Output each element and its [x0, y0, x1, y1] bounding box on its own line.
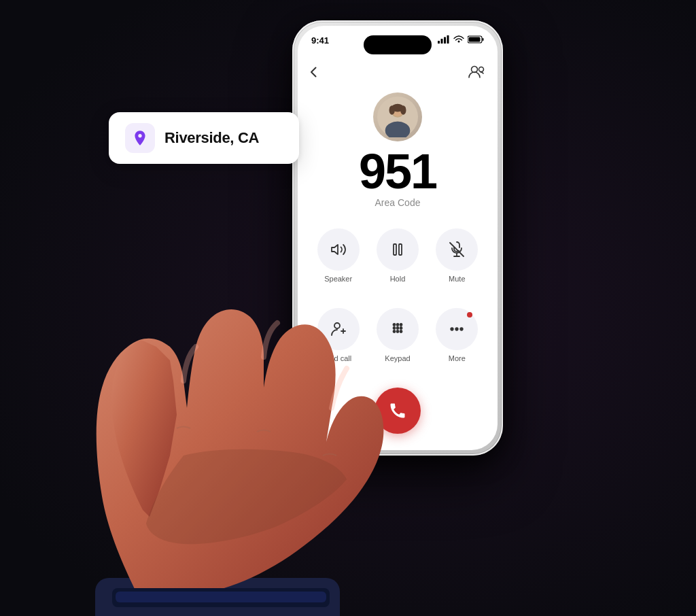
status-time: 9:41 — [311, 35, 329, 46]
svg-point-19 — [389, 105, 395, 114]
back-button[interactable] — [310, 65, 317, 81]
location-badge: Riverside, CA — [109, 112, 299, 164]
svg-point-20 — [400, 105, 406, 114]
svg-rect-10 — [469, 37, 481, 42]
location-city-text: Riverside, CA — [164, 129, 259, 147]
nav-bar — [298, 61, 498, 87]
svg-rect-9 — [483, 38, 484, 41]
svg-point-12 — [479, 67, 484, 72]
dynamic-island — [364, 35, 432, 54]
svg-rect-7 — [447, 35, 449, 44]
wifi-icon — [453, 35, 464, 44]
svg-rect-5 — [441, 39, 443, 44]
battery-icon — [468, 35, 484, 44]
svg-point-11 — [472, 67, 478, 73]
contact-button[interactable] — [468, 64, 485, 82]
signal-icon — [438, 35, 450, 44]
svg-rect-4 — [438, 41, 440, 44]
location-pin-icon — [131, 129, 149, 147]
svg-rect-6 — [444, 37, 446, 44]
hand-illustration — [20, 116, 462, 616]
location-icon-wrap — [125, 123, 155, 153]
status-icons — [438, 35, 484, 44]
svg-rect-3 — [116, 592, 326, 602]
